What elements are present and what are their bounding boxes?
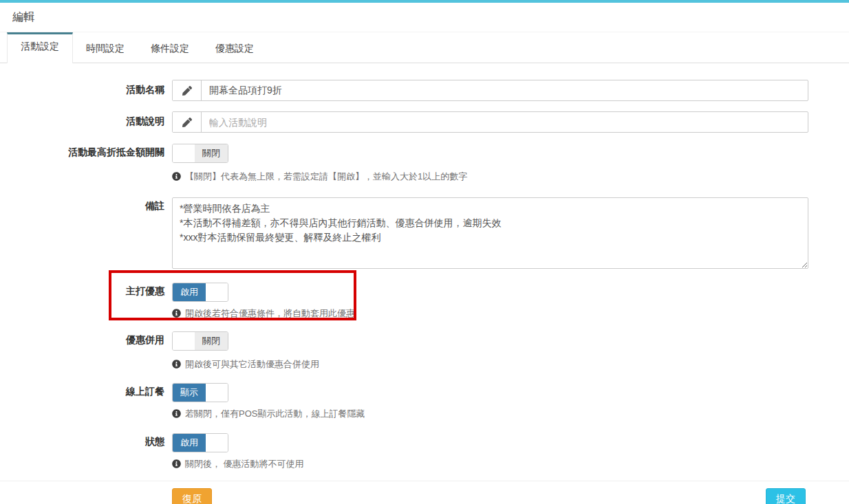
online-ordering-toggle[interactable]: 顯示 bbox=[172, 383, 228, 402]
toggle-state-label: 顯示 bbox=[173, 384, 206, 402]
activity-description-label: 活動說明 bbox=[0, 111, 172, 133]
pencil-icon bbox=[173, 112, 202, 132]
submit-button[interactable]: 提交 bbox=[766, 488, 806, 504]
featured-offer-help-text: 開啟後若符合優惠條件，將自動套用此優惠 bbox=[185, 307, 355, 319]
featured-offer-toggle[interactable]: 啟用 bbox=[172, 283, 228, 302]
activity-name-input[interactable] bbox=[202, 80, 808, 100]
row-status: 狀態 啟用 關閉後， 優惠活動將不可使用 bbox=[0, 433, 808, 470]
info-circle-icon bbox=[172, 409, 181, 418]
restore-button[interactable]: 復原 bbox=[172, 488, 212, 504]
status-toggle[interactable]: 啟用 bbox=[172, 433, 228, 452]
form-footer: 復原 提交 bbox=[0, 481, 849, 504]
tab-time-settings[interactable]: 時間設定 bbox=[73, 32, 138, 63]
offer-combination-help-text: 開啟後可與其它活動優惠合併使用 bbox=[185, 358, 319, 370]
max-discount-switch-label: 活動最高折抵金額開關 bbox=[0, 144, 172, 182]
online-ordering-label: 線上訂餐 bbox=[0, 383, 172, 419]
toggle-knob bbox=[206, 283, 228, 301]
pencil-icon bbox=[173, 80, 202, 100]
row-remarks: 備註 *營業時間依各店為主 *本活動不得補差額，亦不得與店內其他行銷活動、優惠合… bbox=[0, 197, 808, 272]
activity-description-input[interactable] bbox=[202, 112, 808, 132]
row-activity-description: 活動說明 bbox=[0, 111, 808, 133]
remarks-label: 備註 bbox=[0, 197, 172, 272]
tab-activity-settings[interactable]: 活動設定 bbox=[7, 32, 73, 63]
toggle-knob bbox=[206, 434, 228, 452]
toggle-state-label: 啟用 bbox=[173, 283, 206, 301]
status-label: 狀態 bbox=[0, 433, 172, 470]
row-max-discount-switch: 活動最高折抵金額開關 關閉 【關閉】代表為無上限，若需設定請【開啟】，並輸入大於… bbox=[0, 144, 808, 182]
offer-combination-label: 優惠併用 bbox=[0, 331, 172, 370]
info-circle-icon bbox=[172, 360, 181, 369]
offer-combination-toggle[interactable]: 關閉 bbox=[172, 331, 228, 351]
featured-offer-label: 主打優惠 bbox=[0, 283, 172, 319]
tab-bar: 活動設定 時間設定 條件設定 優惠設定 bbox=[0, 32, 849, 63]
tab-condition-settings[interactable]: 條件設定 bbox=[138, 32, 202, 63]
info-circle-icon bbox=[172, 309, 181, 318]
activity-settings-form: 活動名稱 活動說明 活動最高折抵金額開關 關閉 bbox=[0, 63, 849, 470]
toggle-knob bbox=[206, 384, 228, 402]
remarks-textarea[interactable]: *營業時間依各店為主 *本活動不得補差額，亦不得與店內其他行銷活動、優惠合併使用… bbox=[172, 197, 808, 269]
row-activity-name: 活動名稱 bbox=[0, 80, 808, 101]
row-online-ordering: 線上訂餐 顯示 若關閉，僅有POS顯示此活動，線上訂餐隱藏 bbox=[0, 383, 808, 419]
info-circle-icon bbox=[172, 172, 181, 181]
toggle-knob bbox=[173, 144, 195, 162]
max-discount-toggle[interactable]: 關閉 bbox=[172, 144, 228, 163]
row-featured-offer: 主打優惠 啟用 開啟後若符合優惠條件，將自動套用此優惠 bbox=[0, 283, 808, 319]
status-help-text: 關閉後， 優惠活動將不可使用 bbox=[185, 458, 304, 470]
toggle-knob bbox=[173, 332, 195, 350]
toggle-state-label: 啟用 bbox=[173, 434, 206, 452]
toggle-state-label: 關閉 bbox=[195, 332, 228, 350]
page-title: 編輯 bbox=[0, 3, 849, 32]
max-discount-help-text: 【關閉】代表為無上限，若需設定請【開啟】，並輸入大於1以上的數字 bbox=[185, 171, 467, 182]
activity-name-label: 活動名稱 bbox=[0, 80, 172, 101]
toggle-state-label: 關閉 bbox=[195, 144, 228, 162]
tab-discount-settings[interactable]: 優惠設定 bbox=[202, 32, 267, 63]
online-ordering-help-text: 若關閉，僅有POS顯示此活動，線上訂餐隱藏 bbox=[185, 408, 365, 419]
info-circle-icon bbox=[172, 459, 181, 468]
row-offer-combination: 優惠併用 關閉 開啟後可與其它活動優惠合併使用 bbox=[0, 331, 808, 370]
